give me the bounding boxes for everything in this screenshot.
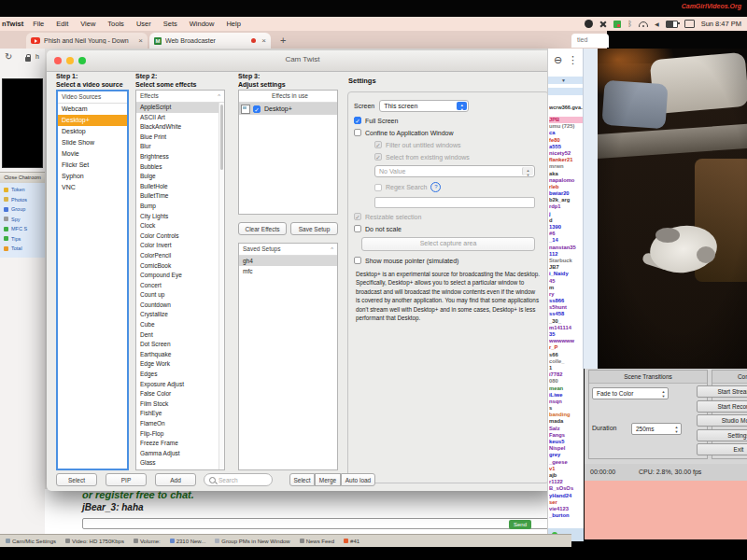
menu-item[interactable]: Window — [190, 20, 215, 28]
show-mouse-checkbox[interactable] — [354, 257, 361, 264]
effect-item[interactable]: Flip-Flop — [136, 429, 224, 440]
saved-setup-item[interactable]: gh4 — [239, 256, 337, 266]
pip-button[interactable]: PIP — [106, 473, 147, 486]
user-name[interactable]: ajb — [549, 472, 584, 479]
effect-item[interactable]: Count up — [136, 290, 224, 301]
user-name[interactable]: Fangs — [549, 432, 584, 439]
duration-stepper[interactable]: 250ms — [631, 423, 682, 435]
user-name[interactable]: 1390 — [549, 224, 584, 231]
video-source-item[interactable]: Flickr Set — [58, 160, 127, 171]
user-name[interactable]: ss866 — [549, 298, 584, 304]
video-source-item[interactable]: Webcam — [58, 104, 127, 115]
obs-control-button[interactable]: Start Streaming — [697, 385, 747, 398]
effect-item[interactable]: Dent — [136, 330, 224, 341]
transition-select[interactable]: Fade to Color — [592, 387, 669, 399]
save-setup-button[interactable]: Save Setup — [290, 222, 338, 235]
effect-item[interactable]: Blue Print — [136, 133, 224, 143]
user-name[interactable]: i7782 — [549, 371, 584, 378]
effect-item[interactable]: BlackAndWhite — [136, 122, 224, 133]
user-name[interactable]: wwwwww — [549, 338, 584, 344]
effect-item[interactable]: FlameOn — [136, 419, 224, 429]
effect-item[interactable]: City Lights — [136, 212, 224, 222]
select-setup-button[interactable]: Select — [289, 473, 315, 486]
confine-checkbox[interactable] — [354, 129, 361, 136]
effect-item[interactable]: Exposure Adjust — [136, 380, 224, 390]
menu-item[interactable]: Tools — [107, 20, 124, 28]
effect-item[interactable]: ASCII Art — [136, 113, 224, 123]
effect-item[interactable]: Film Stock — [136, 399, 224, 410]
app-menu-name[interactable]: nTwist — [2, 20, 23, 28]
effect-item[interactable]: Crystallize — [136, 310, 224, 320]
user-name[interactable]: aka — [549, 171, 584, 177]
merge-setup-button[interactable]: Merge — [315, 473, 341, 486]
user-name[interactable]: ca — [549, 130, 584, 136]
add-effect-button[interactable]: Add — [155, 473, 196, 486]
user-name[interactable]: yHand24 — [549, 493, 584, 499]
user-name[interactable]: banding — [549, 412, 584, 418]
user-name[interactable]: _30_ — [549, 318, 584, 325]
video-source-item[interactable]: Movie — [58, 148, 127, 160]
menu-clock[interactable]: Sun 8:47 PM — [701, 20, 741, 28]
toolbar-item[interactable]: News Feed — [300, 539, 334, 544]
obs-control-button[interactable]: Start Recording — [697, 400, 747, 413]
effect-item[interactable]: Color Invert — [136, 241, 224, 251]
effect-item[interactable]: Concert — [136, 281, 224, 291]
caret-down-icon[interactable]: ▼ — [561, 77, 566, 83]
user-name[interactable]: mada — [549, 418, 584, 425]
user-name[interactable]: m141114 — [549, 325, 584, 331]
user-name[interactable]: fe80 — [549, 137, 584, 144]
obs-control-button[interactable]: Exit — [697, 443, 747, 455]
menu-item[interactable]: File — [33, 20, 44, 28]
tab-web-broadcaster[interactable]: M Web Broadcaster × — [149, 33, 271, 49]
user-name[interactable]: d — [549, 217, 584, 224]
tree-item[interactable]: Group — [0, 204, 45, 215]
screen-select[interactable]: This screen — [379, 100, 469, 112]
tab-youtube[interactable]: Phish and Neil Young - Down × — [26, 33, 148, 49]
menu-item[interactable]: Sets — [163, 20, 177, 28]
obs-control-button[interactable]: Studio Mode — [697, 414, 747, 427]
tree-item[interactable]: MFC S — [0, 224, 45, 234]
effect-item[interactable]: ColorPencil — [136, 251, 224, 261]
effect-item[interactable]: Glass — [136, 458, 224, 469]
effect-item[interactable]: AppleScript — [136, 103, 224, 113]
select-source-button[interactable]: Select — [56, 473, 97, 486]
battery-icon[interactable] — [666, 21, 678, 28]
profile-icon[interactable]: ⊖ — [554, 54, 562, 66]
help-icon[interactable] — [430, 182, 441, 192]
menu-item[interactable]: View — [80, 20, 95, 28]
bluetooth-icon[interactable]: ᛒ — [627, 21, 632, 28]
toolbar-item[interactable]: 2310 New... — [170, 539, 206, 544]
user-name[interactable]: flanker21 — [549, 157, 584, 163]
video-source-item[interactable]: VNC — [58, 182, 127, 193]
user-name[interactable]: nanstan35 — [549, 245, 584, 251]
user-name[interactable]: B_sOsOs — [549, 485, 584, 492]
user-name[interactable]: 080 — [549, 378, 584, 385]
video-source-item[interactable]: Desktop+ — [58, 115, 127, 126]
user-name[interactable]: grey — [549, 452, 584, 458]
user-name[interactable]: 112 — [549, 251, 584, 258]
kebab-menu-icon[interactable]: ⋮ — [568, 54, 578, 66]
effect-item[interactable]: FishEye — [136, 409, 224, 419]
effect-item[interactable]: Earthquake — [136, 350, 224, 360]
effect-item[interactable]: Brightness — [136, 152, 224, 162]
tree-item[interactable]: Total — [0, 244, 45, 254]
user-name[interactable]: s — [549, 405, 584, 412]
video-source-item[interactable]: Slide Show — [58, 137, 127, 148]
user-name[interactable]: nicety52 — [549, 150, 584, 157]
user-name[interactable]: colle_ — [549, 358, 584, 365]
effect-item[interactable]: False Color — [136, 389, 224, 399]
user-name[interactable]: #6 — [549, 231, 584, 237]
volume-icon[interactable]: ◀ — [655, 21, 659, 27]
user-name[interactable]: ser — [549, 499, 584, 506]
menu-item[interactable]: Edit — [56, 20, 68, 28]
clear-effects-button[interactable]: Clear Effects — [238, 222, 287, 235]
user-name[interactable]: v1 — [549, 466, 584, 472]
send-button[interactable]: Send — [509, 520, 531, 529]
toolbar-item[interactable]: Cam/Mic Settings — [6, 539, 56, 544]
saved-setups-header[interactable]: Saved Setups^ — [239, 244, 337, 256]
user-name[interactable]: _14 — [549, 237, 584, 244]
user-name[interactable]: mrwn — [549, 163, 584, 170]
user-name[interactable]: bwiar20 — [549, 190, 584, 197]
user-name[interactable]: napalomo — [549, 177, 584, 184]
tree-item[interactable]: Photos — [0, 195, 45, 205]
